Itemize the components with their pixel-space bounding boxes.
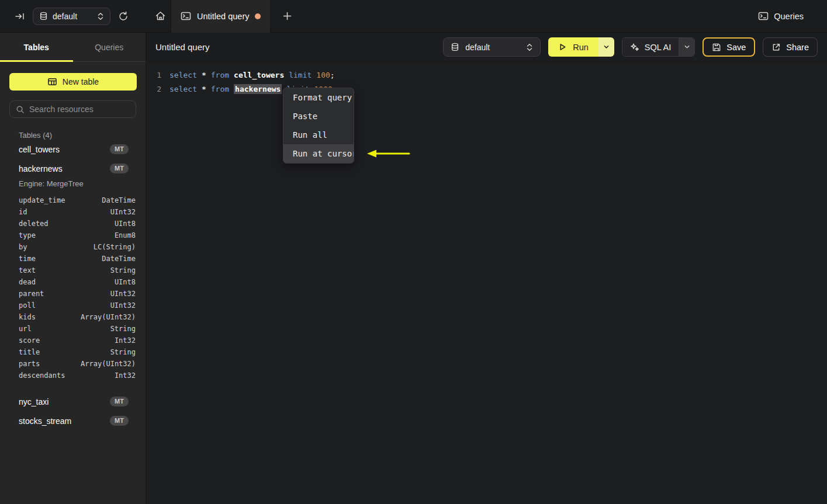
engine-badge: MT [110, 397, 129, 406]
column-row: pollUInt32 [19, 300, 136, 311]
sql-ai-label: SQL AI [645, 43, 671, 52]
column-row: kidsArray(UInt32) [19, 311, 136, 323]
queries-button[interactable]: Queries [758, 11, 804, 21]
sparkles-icon [630, 43, 639, 52]
tab-strip: Untitled query [146, 0, 758, 32]
sidebar-tab-queries[interactable]: Queries [73, 33, 146, 61]
tab-untitled-query[interactable]: Untitled query [171, 0, 271, 33]
search-box[interactable] [9, 100, 136, 118]
column-row: deletedUInt8 [19, 218, 136, 230]
column-row: partsArray(UInt32) [19, 358, 136, 370]
column-row: titleString [19, 346, 136, 358]
sql-ai-button[interactable]: SQL AI [622, 38, 679, 56]
collapse-sidebar-button[interactable] [13, 9, 27, 23]
topbar-database-selector[interactable]: default [33, 8, 110, 25]
share-button-label: Share [786, 43, 809, 52]
tables-section-title: Tables (4) [19, 131, 136, 140]
table-row-stocks-stream[interactable]: stocks_stream MT [0, 411, 146, 430]
sql-table-ref: cell_towers [234, 71, 284, 79]
column-name: update_time [19, 194, 65, 206]
table-engine-label: Engine: MergeTree [0, 178, 146, 191]
engine-badge: MT [110, 144, 129, 154]
chevron-updown-icon [526, 43, 533, 51]
run-options-button[interactable] [598, 37, 614, 57]
run-button[interactable]: Run [548, 37, 598, 57]
save-button[interactable]: Save [703, 37, 755, 57]
sql-keyword: from [211, 71, 229, 79]
queries-button-label: Queries [774, 12, 804, 21]
top-bar: default Untitled query [0, 0, 827, 33]
column-type: DateTime [102, 194, 136, 206]
home-icon [155, 11, 166, 22]
run-button-label: Run [573, 43, 589, 52]
refresh-icon [118, 11, 129, 22]
table-row-cell-towers[interactable]: cell_towers MT [0, 140, 146, 159]
column-type: UInt32 [110, 206, 136, 218]
toolbar-database-selector[interactable]: default [443, 37, 541, 57]
code-line-2[interactable]: 2 select*fromhackernewslimit1000 [146, 82, 827, 96]
column-row: update_timeDateTime [19, 194, 136, 206]
table-name: cell_towers [19, 145, 60, 154]
sidebar-tab-queries-label: Queries [95, 43, 123, 52]
table-name: hackernews [19, 164, 63, 173]
sql-keyword: limit [289, 71, 312, 79]
column-list: update_timeDateTime idUInt32 deletedUInt… [0, 191, 146, 386]
queries-console-icon [758, 11, 769, 21]
line-number: 1 [146, 71, 161, 79]
column-type: LC(String) [94, 241, 136, 253]
unsaved-changes-dot [255, 13, 261, 19]
column-type: Enum8 [115, 230, 136, 241]
sidebar: Tables Queries New table Tables (4) cell… [0, 33, 146, 504]
chevron-updown-icon [97, 12, 104, 20]
column-type: DateTime [102, 253, 136, 265]
column-type: String [110, 265, 136, 276]
sql-keyword: select [169, 71, 197, 79]
column-name: dead [19, 276, 36, 288]
context-menu-item-paste[interactable]: Paste [283, 107, 354, 126]
query-title: Untitled query [155, 42, 210, 52]
search-icon [16, 105, 25, 114]
tab-label: Untitled query [197, 12, 249, 21]
search-input[interactable] [29, 105, 135, 114]
sidebar-tab-tables[interactable]: Tables [0, 33, 73, 61]
sql-ai-options-button[interactable] [679, 38, 694, 56]
column-name: title [19, 346, 40, 358]
table-row-nyc-taxi[interactable]: nyc_taxi MT [0, 392, 146, 411]
column-name: type [19, 230, 36, 241]
share-button[interactable]: Share [763, 37, 818, 57]
toolbar-controls: default Run [443, 37, 818, 57]
toolbar-database-value: default [465, 43, 520, 52]
sql-editor[interactable]: 1 select*fromcell_towerslimit100; 2 sele… [146, 62, 827, 504]
sidebar-tabs: Tables Queries [0, 33, 146, 62]
column-type: Array(UInt32) [81, 358, 136, 370]
sql-keyword: select [169, 85, 197, 93]
refresh-button[interactable] [116, 9, 130, 23]
code-content: select*fromcell_towerslimit100; [169, 71, 335, 79]
home-button[interactable] [153, 9, 167, 23]
column-name: descendants [19, 370, 65, 381]
sql-number: 100 [316, 71, 330, 79]
column-name: parts [19, 358, 40, 370]
context-menu-item-format-query[interactable]: Format query [283, 88, 354, 107]
topbar-database-value: default [53, 12, 92, 21]
column-row: deadUInt8 [19, 276, 136, 288]
column-type: UInt8 [115, 276, 136, 288]
sidebar-tab-tables-label: Tables [24, 43, 49, 52]
column-name: url [19, 323, 32, 335]
new-tab-button[interactable] [280, 9, 294, 23]
table-grid-icon [47, 77, 57, 86]
context-menu-item-run-all[interactable]: Run all [283, 126, 354, 144]
active-tab-underline [0, 60, 73, 62]
code-line-1[interactable]: 1 select*fromcell_towerslimit100; [146, 68, 827, 82]
column-name: kids [19, 311, 36, 323]
column-row: descendantsInt32 [19, 370, 136, 381]
column-row: byLC(String) [19, 241, 136, 253]
new-table-button[interactable]: New table [9, 73, 137, 91]
line-number: 2 [146, 85, 161, 93]
column-name: id [19, 206, 27, 218]
external-link-icon [771, 43, 781, 52]
sql-ai-split-button: SQL AI [622, 37, 695, 57]
chevron-down-icon [684, 44, 690, 50]
table-row-hackernews[interactable]: hackernews MT [0, 159, 146, 178]
context-menu-item-run-at-cursor[interactable]: Run at cursor [283, 144, 354, 163]
